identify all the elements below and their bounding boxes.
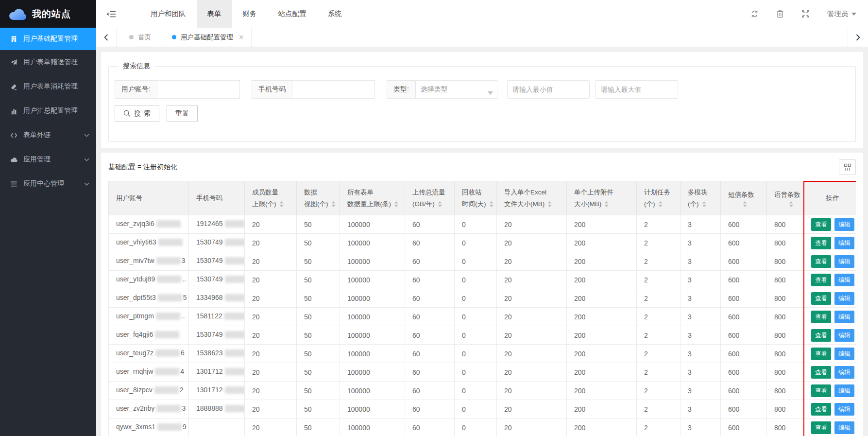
tabs-scroll-right-button[interactable] <box>848 28 868 47</box>
view-button[interactable]: 查看 <box>811 311 831 323</box>
table-row: user_vhiyti63153074922050100000600202002… <box>109 234 856 252</box>
phone-input[interactable] <box>292 80 375 99</box>
topnav-menu[interactable]: 用户和团队 <box>140 0 197 28</box>
edit-button[interactable]: 编辑 <box>834 403 854 416</box>
view-button[interactable]: 查看 <box>811 348 831 360</box>
account-cell: user_ptmgm.. <box>109 308 189 326</box>
account-cell: qywx_3xms19 <box>109 419 189 436</box>
redacted-blur <box>156 257 181 264</box>
reset-button[interactable]: 重置 <box>167 105 198 122</box>
user-menu[interactable]: 管理员 <box>827 9 857 18</box>
view-button[interactable]: 查看 <box>811 403 831 416</box>
topnav-menu[interactable]: 表单 <box>197 0 232 28</box>
edit-button[interactable]: 编辑 <box>834 348 854 360</box>
view-button[interactable]: 查看 <box>811 421 831 434</box>
sort-icon[interactable] <box>604 201 609 208</box>
value-cell: 3 <box>681 419 721 436</box>
sort-icon[interactable] <box>658 201 663 208</box>
value-cell: 800 <box>767 271 804 289</box>
search-button[interactable]: 搜索 <box>115 105 159 122</box>
phone-cell: 13017124 <box>189 363 245 382</box>
topnav-menu[interactable]: 系统 <box>317 0 353 28</box>
tab[interactable]: 首页 <box>117 28 164 47</box>
sort-icon[interactable] <box>743 201 747 208</box>
value-cell: 3 <box>681 308 721 326</box>
column-settings-button[interactable] <box>839 159 856 175</box>
view-button[interactable]: 查看 <box>811 218 831 231</box>
view-button[interactable]: 查看 <box>811 255 831 268</box>
edit-button[interactable]: 编辑 <box>834 237 854 249</box>
chevron-down-icon <box>84 158 89 161</box>
fullscreen-button[interactable] <box>801 10 810 18</box>
value-cell: 0 <box>455 215 497 234</box>
sidebar-item[interactable]: 用户表单赠送管理 <box>0 50 96 74</box>
tab[interactable]: 用户基础配置管理× <box>164 28 252 47</box>
max-value-input[interactable] <box>596 80 678 99</box>
redacted-blur <box>225 257 245 264</box>
redacted-blur <box>225 294 245 301</box>
value-cell: 200 <box>567 419 637 436</box>
brand-logo[interactable]: 我的站点 <box>0 0 96 28</box>
sort-icon[interactable] <box>279 201 284 208</box>
value-cell: 100000 <box>340 308 405 326</box>
send-icon <box>10 59 18 66</box>
value-cell: 600 <box>721 382 767 400</box>
edit-button[interactable]: 编辑 <box>834 329 854 342</box>
trash-button[interactable] <box>776 10 784 18</box>
edit-button[interactable]: 编辑 <box>834 311 854 323</box>
sidebar-item[interactable]: 应用中心管理 <box>0 172 96 196</box>
sidebar-item[interactable]: 用户汇总配置管理 <box>0 99 96 123</box>
sort-icon[interactable] <box>394 201 398 208</box>
close-icon[interactable]: × <box>239 33 243 42</box>
account-input[interactable] <box>157 80 240 99</box>
account-cell: user_rnqhjw4 <box>109 363 189 382</box>
topnav-menu[interactable]: 财务 <box>232 0 268 28</box>
edit-button[interactable]: 编辑 <box>834 274 854 286</box>
sort-icon[interactable] <box>547 201 552 208</box>
edit-button[interactable]: 编辑 <box>834 366 854 379</box>
column-header: 多模块(个) <box>681 181 721 215</box>
redacted-blur <box>155 368 179 375</box>
edit-button[interactable]: 编辑 <box>834 218 854 231</box>
view-button[interactable]: 查看 <box>811 366 831 379</box>
view-button[interactable]: 查看 <box>811 292 831 305</box>
sidebar-item[interactable]: 用户基础配置管理 <box>0 28 96 50</box>
edit-button[interactable]: 编辑 <box>834 292 854 305</box>
view-button[interactable]: 查看 <box>811 384 831 397</box>
sort-icon[interactable] <box>438 201 442 208</box>
edit-button[interactable]: 编辑 <box>834 255 854 268</box>
value-cell: 200 <box>567 215 637 234</box>
search-button-label: 搜索 <box>134 109 153 118</box>
sidebar-toggle-button[interactable] <box>96 0 126 28</box>
edit-button[interactable]: 编辑 <box>834 421 854 434</box>
table-title: 基础配置 = 注册初始化 <box>108 163 177 172</box>
tabbar-tabs: 首页用户基础配置管理× <box>117 28 252 47</box>
sort-icon[interactable] <box>702 201 706 208</box>
phone-cell: 1334968 <box>189 289 245 308</box>
redacted-blur <box>225 405 245 412</box>
phone-cell: 18888889 <box>189 400 245 419</box>
view-button[interactable]: 查看 <box>811 237 831 249</box>
sidebar-item[interactable]: 应用管理 <box>0 147 96 172</box>
sidebar-item[interactable]: 用户表单消耗管理 <box>0 74 96 99</box>
sidebar-item[interactable]: 表单外链 <box>0 123 96 147</box>
view-button[interactable]: 查看 <box>811 329 831 342</box>
sort-icon[interactable] <box>331 201 336 208</box>
refresh-button[interactable] <box>750 10 759 18</box>
sort-icon[interactable] <box>489 201 494 208</box>
topnav-menu[interactable]: 站点配置 <box>268 0 317 28</box>
sort-icon[interactable] <box>789 201 793 208</box>
view-button[interactable]: 查看 <box>811 274 831 286</box>
value-cell: 100000 <box>340 252 405 271</box>
edit-button[interactable]: 编辑 <box>834 384 854 397</box>
tabs-scroll-left-button[interactable] <box>96 28 117 47</box>
phone-cell: 15307495 <box>189 252 245 271</box>
operation-cell: 查看编辑 <box>804 289 856 308</box>
value-cell: 2 <box>637 419 681 436</box>
value-cell: 20 <box>497 252 567 271</box>
redacted-blur <box>224 313 244 320</box>
eraser-icon <box>10 83 18 90</box>
min-value-input[interactable] <box>507 80 590 99</box>
value-cell: 100000 <box>340 234 405 252</box>
type-select[interactable]: 选择类型 <box>416 80 497 99</box>
